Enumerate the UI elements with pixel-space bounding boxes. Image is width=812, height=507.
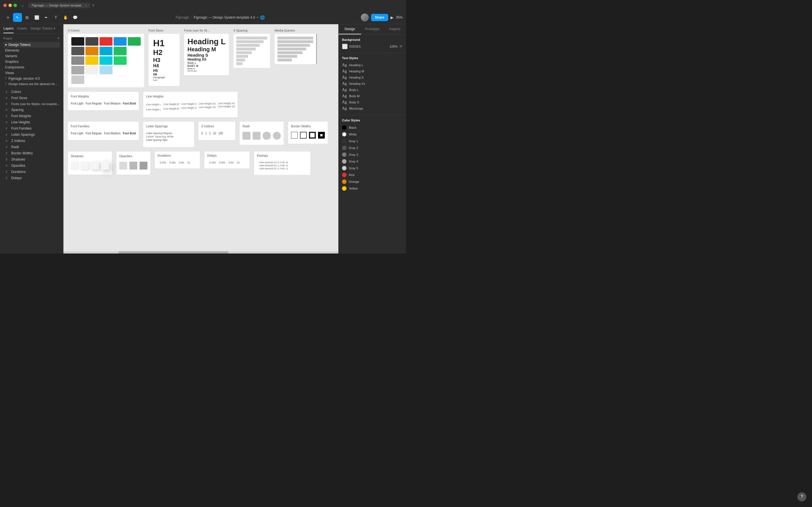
color-styles-title: Color Styles: [342, 119, 403, 122]
globe-icon[interactable]: 🌐: [260, 15, 265, 20]
layer-shadows[interactable]: # Shadows: [0, 156, 63, 163]
project-chevron-icon[interactable]: ▾: [257, 16, 258, 19]
easings-title: Easings: [257, 154, 308, 157]
text-icon2: T: [5, 82, 7, 86]
layer-font-weights[interactable]: # Font Weights: [0, 113, 63, 119]
add-tab-button[interactable]: +: [92, 3, 94, 8]
play-button[interactable]: ▶: [391, 15, 394, 20]
shape-tool[interactable]: ⬜: [32, 13, 41, 22]
layer-spacing[interactable]: # Spacing: [0, 107, 63, 113]
line-heights-row: Line Height LLine Height L Line Height M…: [146, 100, 235, 114]
text-tool[interactable]: T: [51, 13, 60, 22]
toolbar-right: Share ▶ 35%: [361, 13, 403, 21]
font-sizes-title: Font Sizes: [149, 29, 180, 32]
layer-colors[interactable]: # Colors: [0, 89, 63, 95]
z-indices-card: Z Indices 0 1 2 10 100: [199, 122, 235, 140]
background-opacity[interactable]: 100%: [390, 45, 398, 48]
canvas-scrollbar-thumb[interactable]: [118, 251, 229, 253]
opacities-title: Opacities: [119, 154, 147, 158]
zoom-level[interactable]: 35%: [396, 15, 403, 19]
visibility-icon[interactable]: 👁: [399, 45, 403, 48]
font-weights-title: Font Weights: [71, 95, 136, 98]
easings-list: cubic-bezier(0.12, 0, 0.39, 0) cubic-bez…: [257, 159, 308, 173]
add-page-button[interactable]: +: [57, 36, 60, 41]
layer-opacities[interactable]: # Opacities: [0, 163, 63, 169]
tab-close-icon[interactable]: ×: [85, 4, 87, 7]
background-hex[interactable]: E5E5E5: [349, 45, 388, 48]
page-item-design-tokens[interactable]: ▾ Design Tokens: [3, 42, 60, 48]
layer-font-sizes[interactable]: # Font Sizes: [0, 95, 63, 101]
share-button[interactable]: Share: [371, 14, 388, 21]
hand-tool[interactable]: ✋: [61, 13, 70, 22]
swatch-gray3: [71, 56, 84, 65]
page-item-description[interactable]: T Design tokens are the abstract sh...: [3, 81, 60, 87]
swatch-mint: [114, 56, 126, 65]
ts-heading-l: Ag Heading L: [342, 62, 403, 68]
tab-prototype[interactable]: Prototype: [361, 24, 384, 34]
main-layout: Layers Assets Design Tokens ▾ Pages + ▾ …: [0, 24, 406, 253]
project-name[interactable]: Figmagic — Design System template 4.0: [194, 15, 255, 19]
right-panel-tabs: Design Prototype Inspect: [339, 24, 406, 35]
bw-2: [300, 132, 307, 138]
pen-tool[interactable]: ✒: [42, 13, 51, 22]
layer-radii[interactable]: # Radii: [0, 144, 63, 150]
delays-card: Delays 0.15s 0.25s 0.6s 1s: [204, 152, 250, 168]
swatch-lightblue: [100, 47, 112, 55]
tab-layers[interactable]: Layers: [3, 26, 13, 33]
layer-letter-spacings[interactable]: # Letter Spacings: [0, 131, 63, 138]
home-icon[interactable]: ⌂: [21, 3, 24, 8]
canvas-scrollbar[interactable]: [63, 251, 338, 253]
ts-ag-icon: Ag: [342, 94, 347, 98]
tab-design[interactable]: Design: [339, 24, 361, 34]
layer-border-widths[interactable]: # Border Widths: [0, 150, 63, 156]
page-item-components[interactable]: Components: [3, 64, 60, 70]
layer-z-indices[interactable]: # Z Indices: [0, 138, 63, 144]
hash-icon: #: [6, 145, 10, 149]
close-button[interactable]: [3, 4, 7, 7]
letter-spacings-title: Letter Spacings: [146, 124, 191, 128]
page-item-views[interactable]: Views: [3, 70, 60, 76]
fullscreen-button[interactable]: [13, 4, 17, 7]
layer-font-families[interactable]: # Font Families: [0, 125, 63, 131]
hash-icon: #: [6, 127, 10, 130]
select-tool[interactable]: ↖: [13, 13, 22, 22]
spacing-title: # Spacing: [234, 29, 270, 32]
border-widths-title: Border Widths: [291, 124, 325, 128]
frame-tool[interactable]: ⊞: [22, 13, 32, 22]
page-item-graphics[interactable]: Graphics: [3, 59, 60, 64]
swatch-paleblue: [100, 66, 112, 74]
media-queries-section: Media Queries: [274, 29, 317, 64]
cs-yellow-label: Yellow: [349, 187, 357, 190]
page-item-variants[interactable]: Variants: [3, 53, 60, 59]
font-weights-card: Font Weights Font Light Font Regular Fon…: [68, 92, 139, 110]
ts-ag-icon: Ag: [342, 69, 347, 73]
tab-inspect[interactable]: Inspect: [384, 24, 406, 34]
pages-label: Pages +: [3, 36, 60, 41]
menu-button[interactable]: ≡: [3, 13, 12, 22]
minimize-button[interactable]: [8, 4, 12, 7]
fs-h1: H1: [153, 38, 175, 48]
tab-assets[interactable]: Assets: [17, 26, 27, 33]
layer-line-heights[interactable]: # Line Heights: [0, 119, 63, 125]
fs-h4: H4: [153, 63, 175, 68]
comment-tool[interactable]: 💬: [70, 13, 80, 22]
layer-fonts-use[interactable]: # Fonts (use for Styles; not exporte...: [0, 101, 63, 107]
traffic-lights: [3, 4, 17, 7]
text-styles-title: Text Styles: [342, 56, 403, 60]
radii-row: [243, 129, 281, 142]
cs-gray3: Gray 3: [342, 151, 403, 158]
background-row: E5E5E5 100% 👁: [342, 44, 403, 49]
layer-delays[interactable]: # Delays: [0, 175, 63, 181]
background-swatch[interactable]: [342, 44, 348, 49]
avatar[interactable]: [361, 13, 369, 21]
tab-design-tokens[interactable]: Design Tokens ▾: [31, 26, 55, 33]
active-tab[interactable]: Figmagic — Design System templat... ×: [28, 3, 90, 8]
hash-icon: #: [6, 139, 10, 143]
toolbar-center: Figmagic / Figmagic — Design System temp…: [81, 15, 360, 20]
layer-durations[interactable]: # Durations: [0, 169, 63, 175]
layer-tree: # Colors # Font Sizes # Fonts (use for S…: [0, 88, 63, 253]
page-item-figmagic-version[interactable]: T Figmagic version 4.0: [3, 76, 60, 81]
page-item-elements[interactable]: Elements: [3, 48, 60, 53]
delays-row: 0.15s 0.25s 0.6s 1s: [207, 159, 247, 166]
cs-white-label: White: [349, 133, 357, 136]
